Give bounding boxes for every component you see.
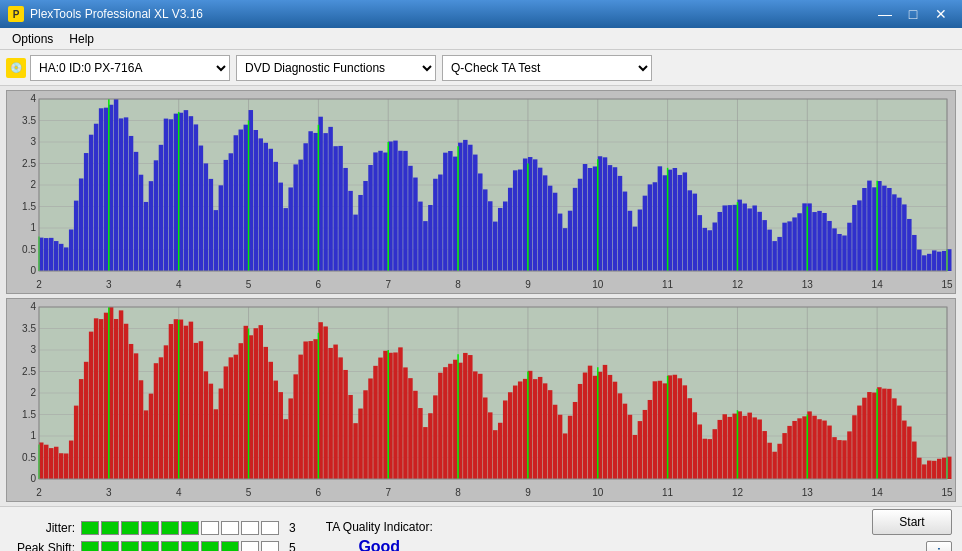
progress-segment <box>221 541 239 551</box>
progress-segment <box>241 521 259 535</box>
jitter-row: Jitter: 3 <box>10 521 296 535</box>
progress-segment <box>81 541 99 551</box>
toolbar: 💿 HA:0 ID:0 PX-716A DVD Diagnostic Funct… <box>0 50 962 86</box>
bottom-chart <box>7 299 955 501</box>
close-button[interactable]: ✕ <box>928 4 954 24</box>
info-button[interactable]: i <box>926 541 952 551</box>
progress-segment <box>261 541 279 551</box>
progress-segment <box>261 521 279 535</box>
bottom-chart-container <box>6 298 956 502</box>
function-select[interactable]: DVD Diagnostic Functions <box>236 55 436 81</box>
maximize-button[interactable]: □ <box>900 4 926 24</box>
progress-segment <box>161 541 179 551</box>
test-select[interactable]: Q-Check TA Test <box>442 55 652 81</box>
progress-segment <box>101 541 119 551</box>
top-chart <box>7 91 955 293</box>
title-bar-controls: — □ ✕ <box>872 4 954 24</box>
peak-shift-progress <box>81 541 279 551</box>
app-title: PlexTools Professional XL V3.16 <box>30 7 203 21</box>
progress-segment <box>161 521 179 535</box>
jitter-value: 3 <box>289 521 296 535</box>
ta-quality-label: TA Quality Indicator: <box>326 520 433 534</box>
bottom-bar: Jitter: 3 Peak Shift: 5 TA Quality Indic… <box>0 506 962 551</box>
drive-selector-area: 💿 HA:0 ID:0 PX-716A <box>6 55 230 81</box>
top-chart-container <box>6 90 956 294</box>
drive-select[interactable]: HA:0 ID:0 PX-716A <box>30 55 230 81</box>
peak-shift-label: Peak Shift: <box>10 541 75 551</box>
title-bar-left: P PlexTools Professional XL V3.16 <box>8 6 203 22</box>
minimize-button[interactable]: — <box>872 4 898 24</box>
progress-segment <box>141 521 159 535</box>
app-icon: P <box>8 6 24 22</box>
ta-quality-section: TA Quality Indicator: Good <box>326 520 433 551</box>
peak-shift-value: 5 <box>289 541 296 551</box>
charts-area <box>0 86 962 506</box>
progress-segment <box>81 521 99 535</box>
peak-shift-row: Peak Shift: 5 <box>10 541 296 551</box>
menu-help[interactable]: Help <box>61 30 102 48</box>
progress-segment <box>181 541 199 551</box>
title-bar: P PlexTools Professional XL V3.16 — □ ✕ <box>0 0 962 28</box>
progress-segment <box>121 541 139 551</box>
progress-segment <box>201 521 219 535</box>
menu-options[interactable]: Options <box>4 30 61 48</box>
menu-bar: Options Help <box>0 28 962 50</box>
ta-quality-value: Good <box>358 538 400 551</box>
metrics-left: Jitter: 3 Peak Shift: 5 <box>10 521 296 551</box>
progress-segment <box>101 521 119 535</box>
start-button[interactable]: Start <box>872 509 952 535</box>
jitter-progress <box>81 521 279 535</box>
progress-segment <box>121 521 139 535</box>
progress-segment <box>181 521 199 535</box>
progress-segment <box>141 541 159 551</box>
progress-segment <box>241 541 259 551</box>
progress-segment <box>201 541 219 551</box>
start-btn-area: Start i <box>872 509 952 551</box>
drive-icon: 💿 <box>6 58 26 78</box>
progress-segment <box>221 521 239 535</box>
jitter-label: Jitter: <box>10 521 75 535</box>
